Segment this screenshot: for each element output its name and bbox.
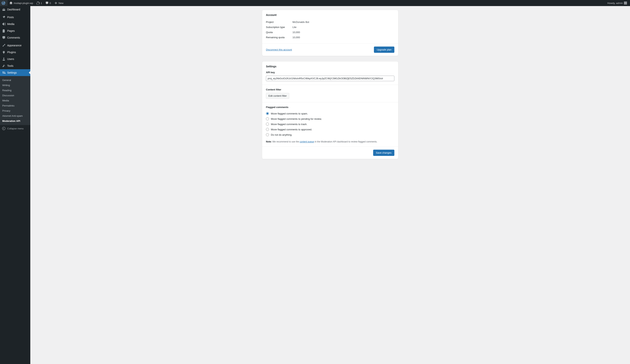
submenu-permalinks[interactable]: Permalinks — [0, 103, 30, 108]
quota-value: 10,000 — [292, 31, 300, 34]
my-account-menu[interactable]: Howdy, admin — [606, 0, 628, 6]
avatar — [624, 1, 627, 4]
project-value: McDonalds Bot — [292, 21, 309, 23]
account-card: Account Project McDonalds Bot Subscripti… — [262, 10, 398, 56]
flagged-radio-input[interactable] — [266, 123, 269, 126]
flagged-radio-label: Move flagged comments to spam. — [271, 112, 308, 115]
plug-icon — [2, 50, 6, 54]
submenu-reading[interactable]: Reading — [0, 88, 30, 93]
menu-label: Dashboard — [7, 8, 20, 11]
updates-count: 1 — [41, 2, 42, 4]
project-row: Project McDonalds Bot — [266, 19, 394, 25]
menu-label: Comments — [7, 36, 20, 39]
menu-pages[interactable]: Pages — [0, 27, 30, 34]
menu-label: Pages — [7, 29, 15, 32]
media-icon — [2, 22, 6, 26]
flagged-radio-label: Do not do anything. — [271, 133, 292, 136]
menu-media[interactable]: Media — [0, 21, 30, 27]
content-queue-link[interactable]: content queue — [300, 140, 314, 143]
settings-submenu: General Writing Reading Discussion Media… — [0, 76, 30, 125]
note-pre: We recommend to use the — [272, 140, 300, 143]
note-post: in the Moderation API dashboard to revie… — [314, 140, 377, 143]
dashboard-icon — [2, 7, 6, 11]
flagged-radio-input[interactable] — [266, 112, 269, 115]
greeting-label: Howdy, admin — [608, 2, 623, 4]
menu-appearance[interactable]: Appearance — [0, 42, 30, 49]
menu-label: Media — [7, 22, 14, 25]
wrench-icon — [2, 64, 6, 68]
recommendation-note: Note: We recommend to use the content qu… — [266, 140, 394, 143]
edit-content-filter-button[interactable]: Edit content filter — [266, 93, 289, 99]
collapse-menu[interactable]: Collapse menu — [0, 125, 30, 132]
submenu-general[interactable]: General — [0, 78, 30, 83]
user-icon — [2, 57, 6, 61]
menu-comments[interactable]: Comments — [0, 34, 30, 41]
api-key-input[interactable] — [266, 76, 394, 81]
disconnect-account-link[interactable]: Disconnect this account — [266, 48, 292, 51]
flagged-radio-option[interactable]: Move flagged comments to approved. — [266, 127, 394, 132]
settings-card: Settings API key Content filter Edit con… — [262, 61, 398, 159]
menu-label: Posts — [7, 16, 14, 19]
flagged-radio-group: Move flagged comments to spam.Move flagg… — [266, 111, 394, 137]
flagged-radio-input[interactable] — [266, 117, 269, 120]
flagged-radio-option[interactable]: Move flagged comments to trash. — [266, 122, 394, 127]
comments-count: 0 — [50, 2, 51, 4]
pin-icon — [2, 15, 6, 19]
flagged-radio-option[interactable]: Move flagged comments to spam. — [266, 111, 394, 116]
menu-plugins[interactable]: Plugins — [0, 49, 30, 56]
menu-label: Plugins — [7, 51, 16, 54]
admin-bar: modapi-plugin-wp 1 0 New Howdy, admin — [0, 0, 630, 6]
submenu-privacy[interactable]: Privacy — [0, 108, 30, 113]
wp-logo[interactable] — [0, 0, 8, 6]
note-bold: Note: — [266, 140, 272, 143]
submenu-akismet[interactable]: Akismet Anti-spam — [0, 113, 30, 118]
quota-label: Quota — [266, 31, 292, 34]
update-icon — [36, 1, 40, 5]
submenu-writing[interactable]: Writing — [0, 83, 30, 88]
flagged-radio-option[interactable]: Move flagged comments to pending for rev… — [266, 116, 394, 122]
subscription-label: Subscription type — [266, 26, 292, 28]
subscription-value: Lite — [292, 26, 296, 28]
flagged-radio-input[interactable] — [266, 128, 269, 131]
comment-icon — [45, 1, 49, 5]
menu-tools[interactable]: Tools — [0, 62, 30, 69]
project-label: Project — [266, 21, 292, 23]
admin-menu: Dashboard Posts Media Pages Comments App… — [0, 6, 30, 167]
new-label: New — [58, 2, 64, 4]
quota-row: Quota 10,000 — [266, 30, 394, 35]
upgrade-plan-button[interactable]: Upgrade plan — [374, 46, 394, 53]
comments-icon — [2, 36, 6, 39]
new-content-menu[interactable]: New — [52, 0, 65, 6]
menu-label: Appearance — [7, 44, 22, 47]
menu-label: Users — [7, 57, 14, 60]
brush-icon — [2, 43, 6, 47]
menu-settings[interactable]: Settings — [0, 69, 30, 76]
menu-label: Settings — [7, 71, 17, 74]
remaining-quota-label: Remaining quota — [266, 36, 292, 39]
content-filter-label: Content filter — [266, 88, 394, 91]
site-name-label: modapi-plugin-wp — [14, 2, 33, 4]
main-content: Account Project McDonalds Bot Subscripti… — [30, 0, 630, 159]
site-name-menu[interactable]: modapi-plugin-wp — [8, 0, 35, 6]
menu-label: Tools — [7, 64, 14, 67]
submenu-moderation-api[interactable]: Moderation API — [0, 118, 30, 124]
submenu-media[interactable]: Media — [0, 98, 30, 103]
flagged-radio-label: Move flagged comments to pending for rev… — [271, 118, 322, 120]
submenu-discussion[interactable]: Discussion — [0, 93, 30, 98]
menu-dashboard[interactable]: Dashboard — [0, 6, 30, 13]
save-changes-button[interactable]: Save changes — [373, 150, 394, 156]
plus-icon — [54, 1, 58, 5]
svg-point-0 — [2, 127, 5, 130]
collapse-icon — [2, 127, 6, 130]
flagged-comments-label: Flagged comments — [266, 106, 394, 109]
settings-title: Settings — [266, 65, 394, 68]
flagged-radio-option[interactable]: Do not do anything. — [266, 132, 394, 137]
flagged-radio-input[interactable] — [266, 133, 269, 136]
home-icon — [9, 1, 13, 5]
page-icon — [2, 29, 6, 33]
updates-menu[interactable]: 1 — [35, 0, 44, 6]
comments-menu[interactable]: 0 — [44, 0, 52, 6]
subscription-row: Subscription type Lite — [266, 25, 394, 30]
menu-users[interactable]: Users — [0, 56, 30, 62]
menu-posts[interactable]: Posts — [0, 14, 30, 21]
